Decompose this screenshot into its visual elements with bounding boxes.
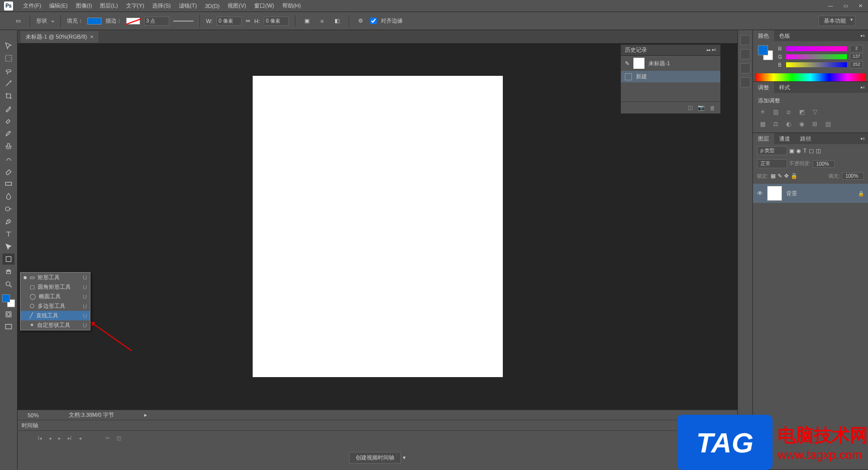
gear-icon[interactable]: ⚙ xyxy=(355,16,366,27)
lock-icon[interactable]: ▦ xyxy=(771,173,776,179)
height-input[interactable] xyxy=(264,17,289,26)
curves-icon[interactable]: ⧄ xyxy=(784,107,793,116)
width-input[interactable] xyxy=(216,17,242,26)
zoom-value[interactable]: 50% xyxy=(28,412,39,418)
history-snapshot[interactable]: ✎ 未标题-1 xyxy=(621,56,720,71)
filter-icon[interactable]: ▢ xyxy=(809,148,814,154)
hue-icon[interactable]: ▦ xyxy=(758,120,767,129)
eraser-tool[interactable] xyxy=(3,166,15,177)
blend-mode[interactable]: 正常 xyxy=(757,159,787,168)
levels-icon[interactable]: ▥ xyxy=(771,107,780,116)
fill-swatch[interactable] xyxy=(87,18,101,25)
tab-paths[interactable]: 路径 xyxy=(795,133,816,144)
dock-icon-4[interactable] xyxy=(740,77,750,87)
scissors-icon[interactable]: ✂ xyxy=(105,435,110,441)
close-button[interactable]: ✕ xyxy=(853,1,868,11)
dock-icon-2[interactable] xyxy=(740,49,750,59)
new-doc-icon[interactable]: ◫ xyxy=(688,104,693,111)
menu-edit[interactable]: 编辑(E) xyxy=(45,2,72,10)
filter-icon[interactable]: ▣ xyxy=(789,148,794,154)
kind-filter[interactable]: ρ 类型 xyxy=(757,146,787,155)
tab-adjustments[interactable]: 调整 xyxy=(753,82,774,93)
tab-swatches[interactable]: 色板 xyxy=(774,30,795,41)
document-tab[interactable]: 未标题-1 @ 50%(RGB/8)× xyxy=(21,31,98,43)
shape-tool[interactable] xyxy=(3,254,15,265)
flyout-polygon[interactable]: ⬡多边形工具U xyxy=(21,301,90,311)
menu-layer[interactable]: 图层(L) xyxy=(96,2,122,10)
menu-type[interactable]: 文字(Y) xyxy=(122,2,149,10)
camera-icon[interactable]: 📷 xyxy=(698,104,705,111)
menu-image[interactable]: 图像(I) xyxy=(72,2,96,10)
minimize-button[interactable]: — xyxy=(823,1,838,11)
dropdown-icon[interactable]: ▾ xyxy=(403,454,406,461)
r-slider[interactable] xyxy=(786,46,847,51)
loop-icon[interactable]: ◂ xyxy=(79,435,81,441)
menu-help[interactable]: 帮助(H) xyxy=(278,2,305,10)
visibility-icon[interactable]: 👁 xyxy=(757,190,763,197)
photo-filter-icon[interactable]: ◉ xyxy=(797,120,806,129)
layer-thumbnail[interactable] xyxy=(767,186,782,201)
brightness-icon[interactable]: ☀ xyxy=(758,107,767,116)
flyout-rounded-rect[interactable]: ▢圆角矩形工具U xyxy=(21,282,90,292)
tab-color[interactable]: 颜色 xyxy=(753,30,774,41)
healing-tool[interactable] xyxy=(3,115,15,127)
filter-icon[interactable]: ◉ xyxy=(796,148,801,154)
filter-icon[interactable]: T xyxy=(803,148,807,154)
arrange-icon[interactable]: ◧ xyxy=(332,16,343,27)
panel-menu-icon[interactable]: ▾≡ xyxy=(860,85,868,90)
canvas[interactable] xyxy=(253,76,503,377)
next-frame-icon[interactable]: ▸I xyxy=(68,435,72,441)
filter-icon[interactable]: ◫ xyxy=(816,148,821,154)
prev-frame-icon[interactable]: ◂ xyxy=(49,435,51,441)
dock-icon-1[interactable] xyxy=(740,35,750,45)
trash-icon[interactable]: 🗑 xyxy=(710,105,715,111)
stroke-swatch[interactable] xyxy=(126,18,140,25)
fill-input[interactable]: 100% xyxy=(842,172,864,180)
wand-tool[interactable] xyxy=(3,78,15,89)
stamp-tool[interactable] xyxy=(3,141,15,152)
gradient-tool[interactable] xyxy=(3,178,15,189)
tab-channels[interactable]: 通道 xyxy=(774,133,795,144)
dodge-tool[interactable] xyxy=(3,203,15,214)
type-tool[interactable] xyxy=(3,228,15,240)
layer-name[interactable]: 背景 xyxy=(786,190,797,197)
eyedropper-tool[interactable] xyxy=(3,103,15,114)
history-state[interactable]: 新建 xyxy=(621,71,720,82)
b-slider[interactable] xyxy=(786,62,847,67)
collapse-icon[interactable]: ▸▸ ▾≡ xyxy=(707,48,716,52)
align-edges-checkbox[interactable] xyxy=(370,18,377,24)
shape-mode-label[interactable]: 形状 xyxy=(36,17,47,25)
b-value[interactable]: 252 xyxy=(850,61,863,68)
balance-icon[interactable]: ⚖ xyxy=(771,120,780,129)
dock-icon-3[interactable] xyxy=(740,63,750,73)
bw-icon[interactable]: ◐ xyxy=(784,120,793,129)
color-spectrum[interactable] xyxy=(755,73,866,81)
create-timeline-button[interactable]: 创建视频时间轴 xyxy=(349,452,401,463)
path-ops-icon[interactable]: ▣ xyxy=(301,16,312,27)
lasso-tool[interactable] xyxy=(3,65,15,76)
maximize-button[interactable]: ▭ xyxy=(838,1,853,11)
g-slider[interactable] xyxy=(786,54,847,59)
hand-tool[interactable] xyxy=(3,266,15,277)
lookup-icon[interactable]: ▤ xyxy=(823,120,832,129)
link-icon[interactable]: ⇔ xyxy=(246,18,250,24)
info-arrow-icon[interactable]: ▸ xyxy=(144,412,147,418)
lock-icon[interactable]: ✎ xyxy=(778,173,782,179)
flyout-custom-shape[interactable]: ✦自定形状工具U xyxy=(21,320,90,330)
stroke-width-input[interactable] xyxy=(144,17,169,26)
layer-row[interactable]: 👁 背景 🔒 xyxy=(753,184,868,203)
exposure-icon[interactable]: ◩ xyxy=(797,107,806,116)
menu-filter[interactable]: 滤镜(T) xyxy=(175,2,201,10)
transition-icon[interactable]: ◫ xyxy=(117,435,121,441)
menu-window[interactable]: 窗口(W) xyxy=(250,2,278,10)
stroke-style[interactable] xyxy=(173,21,193,22)
lock-icon[interactable]: 🔒 xyxy=(791,173,798,179)
history-brush-tool[interactable] xyxy=(3,153,15,164)
goto-start-icon[interactable]: I◂ xyxy=(38,435,42,441)
pen-tool[interactable] xyxy=(3,216,15,227)
path-select-tool[interactable] xyxy=(3,241,15,252)
flyout-rectangle[interactable]: ▭矩形工具U xyxy=(21,273,90,282)
menu-select[interactable]: 选择(S) xyxy=(148,2,175,10)
crop-tool[interactable] xyxy=(3,90,15,101)
mixer-icon[interactable]: ⊞ xyxy=(810,120,819,129)
